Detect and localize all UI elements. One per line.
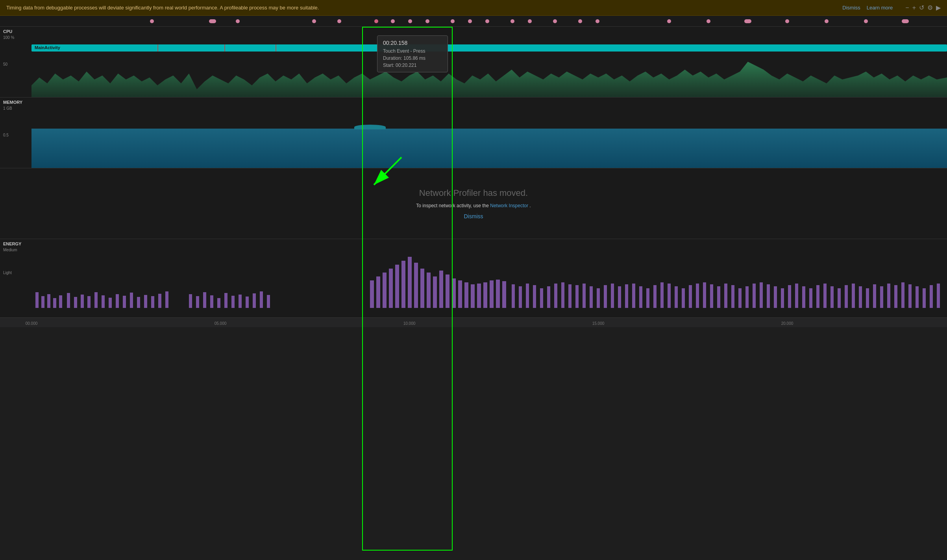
svg-rect-107 — [887, 284, 890, 308]
event-dot[interactable] — [578, 19, 582, 23]
event-dot[interactable] — [785, 19, 789, 23]
tick-5: 05.000 — [215, 321, 227, 326]
svg-rect-84 — [724, 284, 727, 308]
svg-rect-18 — [158, 294, 161, 308]
svg-rect-56 — [526, 284, 529, 308]
svg-rect-105 — [873, 284, 876, 308]
banner-dismiss-button[interactable]: Dismiss — [842, 5, 860, 11]
event-dot[interactable] — [425, 19, 429, 23]
svg-rect-73 — [646, 288, 649, 308]
svg-rect-40 — [420, 269, 424, 308]
zoom-in-icon[interactable]: + — [912, 4, 916, 11]
svg-rect-6 — [74, 297, 77, 308]
memory-05-label: 0.5 — [3, 133, 9, 137]
svg-rect-35 — [389, 269, 393, 308]
svg-rect-71 — [632, 284, 635, 308]
svg-rect-25 — [224, 293, 228, 308]
event-dot[interactable] — [825, 19, 829, 23]
svg-rect-108 — [894, 285, 897, 308]
memory-1gb-label: 1 GB — [3, 106, 12, 111]
energy-chart — [31, 249, 947, 308]
network-desc-text1: To inspect network activity, use the — [416, 203, 489, 208]
svg-rect-81 — [703, 282, 706, 308]
event-dots-row — [0, 16, 947, 27]
event-dot[interactable] — [312, 19, 316, 23]
svg-rect-15 — [137, 297, 140, 308]
svg-rect-55 — [519, 286, 522, 308]
svg-rect-41 — [427, 273, 431, 308]
svg-rect-114 — [937, 284, 940, 308]
event-dot[interactable] — [510, 19, 514, 23]
svg-rect-16 — [144, 295, 147, 308]
svg-rect-83 — [717, 286, 720, 308]
svg-rect-99 — [830, 286, 834, 308]
svg-rect-87 — [745, 286, 749, 308]
event-dot[interactable] — [451, 19, 455, 23]
svg-rect-95 — [802, 286, 805, 308]
svg-rect-17 — [151, 296, 154, 308]
event-dot[interactable] — [485, 19, 489, 23]
svg-rect-12 — [116, 294, 119, 308]
svg-rect-90 — [767, 284, 770, 308]
svg-rect-106 — [880, 286, 883, 308]
profiler-container: CPU 100 % 50 MainActivity MEMORY 1 GB — [0, 16, 947, 560]
energy-section: ENERGY Medium Light — [0, 239, 947, 318]
reset-icon[interactable]: ↺ — [919, 4, 924, 11]
svg-rect-93 — [788, 285, 791, 308]
memory-label: MEMORY — [3, 100, 22, 105]
tooltip-time: 00:20.158 — [383, 40, 442, 46]
network-inspector-link[interactable]: Network Inspector — [490, 203, 528, 208]
svg-rect-111 — [916, 286, 919, 308]
event-dot[interactable] — [553, 19, 557, 23]
cpu-chart — [31, 54, 947, 97]
event-dot[interactable] — [236, 19, 240, 23]
svg-rect-80 — [696, 284, 699, 308]
network-dismiss-button[interactable]: Dismiss — [464, 213, 483, 219]
svg-rect-23 — [210, 295, 213, 308]
tick-15: 15.000 — [592, 321, 605, 326]
zoom-out-icon[interactable]: − — [905, 4, 909, 11]
svg-rect-97 — [816, 285, 819, 308]
svg-rect-100 — [838, 288, 841, 308]
event-dot[interactable] — [468, 19, 472, 23]
svg-rect-82 — [710, 284, 713, 308]
play-icon[interactable]: ▶ — [936, 4, 941, 11]
svg-rect-28 — [246, 297, 249, 308]
event-dot[interactable] — [374, 19, 378, 23]
event-dot[interactable] — [864, 19, 868, 23]
svg-rect-26 — [231, 296, 235, 308]
event-dot[interactable] — [596, 19, 599, 23]
energy-medium-label: Medium — [3, 248, 17, 252]
svg-rect-24 — [217, 298, 220, 308]
svg-rect-53 — [502, 281, 506, 308]
svg-rect-69 — [618, 286, 621, 308]
event-dot[interactable] — [150, 19, 154, 23]
svg-rect-9 — [94, 292, 98, 308]
event-dot[interactable] — [391, 19, 395, 23]
event-dot[interactable] — [337, 19, 341, 23]
event-dot[interactable] — [707, 19, 710, 23]
toolbar-icons: − + ↺ ⚙ ▶ — [905, 4, 941, 11]
svg-rect-21 — [196, 296, 199, 308]
svg-rect-45 — [452, 278, 456, 308]
settings-icon[interactable]: ⚙ — [927, 4, 933, 11]
event-dot[interactable] — [408, 19, 412, 23]
main-activity-bar — [31, 44, 947, 52]
tooltip-duration: Duration: 105.86 ms — [383, 55, 442, 61]
event-dot[interactable] — [744, 19, 751, 23]
svg-rect-92 — [781, 288, 784, 308]
event-dot[interactable] — [209, 19, 216, 23]
svg-rect-7 — [81, 295, 84, 308]
svg-rect-94 — [795, 284, 798, 308]
svg-rect-85 — [731, 285, 734, 308]
svg-rect-62 — [568, 284, 572, 308]
svg-rect-113 — [930, 285, 933, 308]
event-dot[interactable] — [528, 19, 532, 23]
event-dot[interactable] — [902, 19, 909, 23]
event-dot[interactable] — [667, 19, 671, 23]
learn-more-button[interactable]: Learn more — [867, 5, 893, 11]
svg-rect-14 — [130, 293, 133, 308]
memory-section: MEMORY 1 GB 0.5 — [0, 98, 947, 168]
svg-rect-44 — [446, 274, 449, 308]
svg-rect-32 — [370, 280, 374, 308]
